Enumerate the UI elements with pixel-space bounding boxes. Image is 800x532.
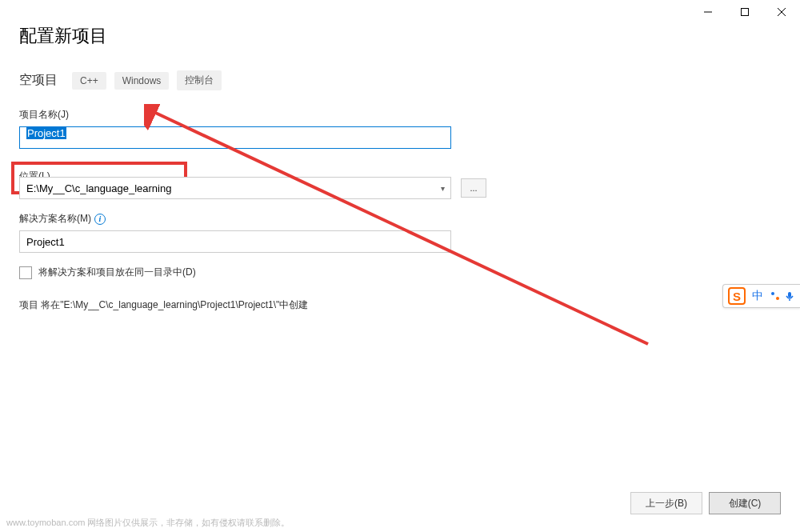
page-title: 配置新项目 xyxy=(19,24,781,48)
back-button[interactable]: 上一步(B) xyxy=(630,492,702,514)
solution-name-label: 解决方案名称(M) i xyxy=(19,212,781,226)
ime-mic-icon[interactable] xyxy=(784,290,795,302)
maximize-button[interactable] xyxy=(726,0,763,24)
creation-summary: 项目 将在"E:\My__C\c_language_learning\Proje… xyxy=(19,298,781,312)
close-button[interactable] xyxy=(763,0,800,24)
location-row: ▾ ... xyxy=(19,177,781,199)
tag-cpp: C++ xyxy=(72,72,106,90)
watermark-text: www.toymoban.com 网络图片仅供展示，非存储，如有侵权请联系删除。 xyxy=(6,517,290,529)
info-icon[interactable]: i xyxy=(94,214,106,225)
ime-language[interactable]: 中 xyxy=(752,289,763,303)
solution-name-field: 解决方案名称(M) i xyxy=(19,212,781,253)
project-name-label: 项目名称(J) xyxy=(19,108,781,122)
template-name: 空项目 xyxy=(19,72,58,89)
ime-logo-icon: S xyxy=(728,287,746,305)
tag-windows: Windows xyxy=(114,72,170,90)
same-directory-checkbox-row: 将解决方案和项目放在同一目录中(D) xyxy=(19,266,781,279)
same-directory-label: 将解决方案和项目放在同一目录中(D) xyxy=(38,266,196,279)
location-input[interactable] xyxy=(19,177,451,199)
minimize-button[interactable] xyxy=(690,0,726,24)
subtitle-row: 空项目 C++ Windows 控制台 xyxy=(19,70,781,90)
svg-point-6 xyxy=(771,292,774,295)
solution-name-input[interactable] xyxy=(19,230,451,253)
svg-rect-8 xyxy=(788,292,791,298)
action-bar: 上一步(B) 创建(C) xyxy=(630,492,781,514)
ime-smile-icon[interactable] xyxy=(770,290,781,302)
create-button[interactable]: 创建(C) xyxy=(709,492,781,514)
browse-button[interactable]: ... xyxy=(461,178,486,198)
ime-toolbar[interactable]: S 中 xyxy=(722,284,800,308)
project-name-input[interactable]: Project1 xyxy=(19,126,451,149)
project-name-field: 项目名称(J) Project1 xyxy=(19,108,781,149)
svg-point-7 xyxy=(776,297,779,300)
same-directory-checkbox[interactable] xyxy=(19,266,32,279)
tag-console: 控制台 xyxy=(177,70,222,90)
ime-extra-icons xyxy=(770,290,795,302)
window-controls xyxy=(690,0,800,24)
svg-rect-1 xyxy=(742,9,749,16)
